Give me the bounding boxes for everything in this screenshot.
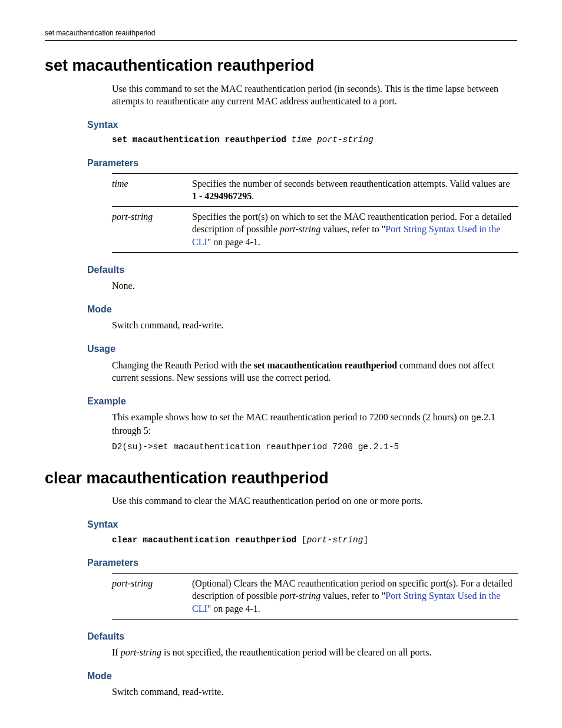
mode-heading-2: Mode bbox=[87, 670, 517, 683]
param-name: port-string bbox=[112, 573, 192, 619]
command1-title: set macauthentication reauthperiod bbox=[45, 55, 517, 76]
command1-intro: Use this command to set the MAC reauthen… bbox=[112, 83, 517, 108]
command2-intro: Use this command to clear the MAC reauth… bbox=[112, 495, 517, 508]
param-desc: (Optional) Clears the MAC reauthenticati… bbox=[192, 573, 518, 619]
param-row-portstring: port-string Specifies the port(s) on whi… bbox=[112, 206, 518, 252]
mode-body-2: Switch command, read-write. bbox=[112, 686, 517, 699]
defaults-heading-2: Defaults bbox=[87, 630, 517, 643]
usage-heading: Usage bbox=[87, 342, 517, 355]
syntax-heading: Syntax bbox=[87, 118, 517, 131]
syntax-line: set macauthentication reauthperiod time … bbox=[112, 134, 517, 146]
syntax-args: time port-string bbox=[292, 135, 373, 144]
parameters-heading-2: Parameters bbox=[87, 556, 517, 569]
parameters-table-2: port-string (Optional) Clears the MAC re… bbox=[112, 573, 518, 620]
param-desc: Specifies the number of seconds between … bbox=[192, 173, 518, 206]
defaults-body: None. bbox=[112, 279, 517, 292]
command2-title: clear macauthentication reauthperiod bbox=[45, 467, 517, 489]
param-row-time: time Specifies the number of seconds bet… bbox=[112, 173, 518, 206]
header-rule bbox=[45, 40, 517, 41]
mode-body: Switch command, read-write. bbox=[112, 319, 517, 332]
running-header: set macauthentication reauthperiod bbox=[45, 28, 517, 40]
example-intro: This example shows how to set the MAC re… bbox=[112, 411, 517, 437]
param-name: time bbox=[112, 173, 192, 206]
defaults-heading: Defaults bbox=[87, 263, 517, 276]
syntax-heading-2: Syntax bbox=[87, 518, 517, 531]
syntax-command: set macauthentication reauthperiod bbox=[112, 135, 292, 144]
usage-body: Changing the Reauth Period with the set … bbox=[112, 359, 517, 384]
param-name: port-string bbox=[112, 206, 192, 252]
param-row-portstring-2: port-string (Optional) Clears the MAC re… bbox=[112, 573, 518, 619]
parameters-table: time Specifies the number of seconds bet… bbox=[112, 173, 518, 253]
parameters-heading: Parameters bbox=[87, 157, 517, 170]
example-code: D2(su)->set macauthentication reauthperi… bbox=[112, 442, 517, 453]
syntax-line-2: clear macauthentication reauthperiod [po… bbox=[112, 535, 517, 546]
syntax-command: clear macauthentication reauthperiod bbox=[112, 535, 302, 545]
mode-heading: Mode bbox=[87, 303, 517, 316]
param-desc: Specifies the port(s) on which to set th… bbox=[192, 206, 518, 252]
defaults-body-2: If port-string is not specified, the rea… bbox=[112, 646, 517, 659]
example-heading: Example bbox=[87, 395, 517, 408]
syntax-args: port-string bbox=[307, 535, 363, 545]
